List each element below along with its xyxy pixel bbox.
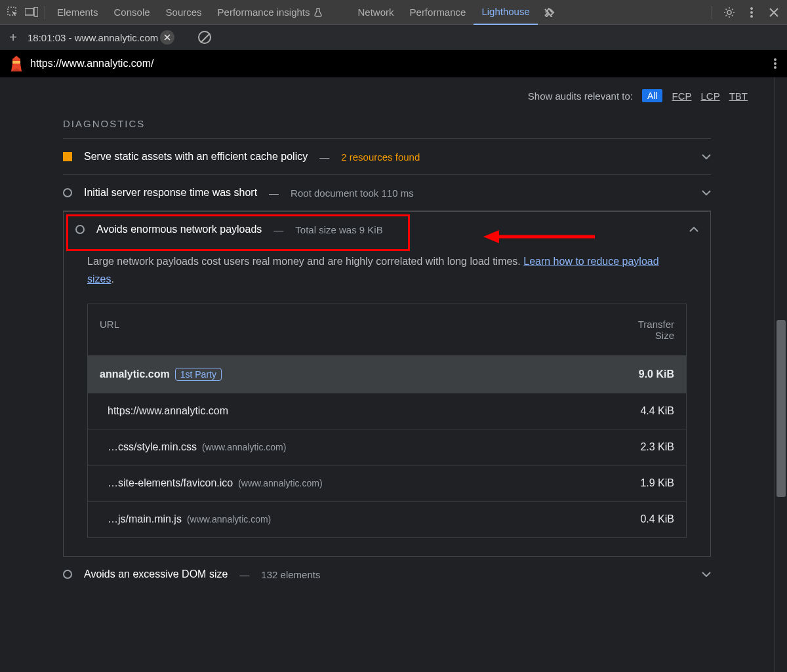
diagnostic-title: Initial server response time was short: [84, 187, 257, 199]
diagnostic-subtitle: 2 resources found: [341, 151, 420, 163]
diagnostic-title: Serve static assets with an efficient ca…: [84, 151, 308, 163]
resource-size: 2.3 KiB: [595, 441, 674, 453]
info-circle-icon: [63, 188, 72, 197]
chevron-down-icon: [702, 572, 711, 577]
svg-point-8: [774, 58, 777, 61]
info-circle-icon: [63, 570, 72, 579]
tab-sources[interactable]: Sources: [158, 0, 210, 25]
table-row: …css/style.min.css (www.annalytic.com) 2…: [88, 429, 686, 465]
resource-size: 4.4 KiB: [595, 405, 674, 417]
host-name: annalytic.com: [100, 368, 170, 380]
svg-rect-1: [25, 9, 33, 15]
report-content: Show audits relevant to: All FCP LCP TBT…: [0, 77, 774, 672]
tab-performance[interactable]: Performance: [402, 0, 474, 25]
resource-host: (www.annalytic.com): [238, 478, 322, 488]
tab-console[interactable]: Console: [106, 0, 158, 25]
info-circle-icon: [75, 225, 85, 234]
resource-size: 1.9 KiB: [595, 477, 674, 489]
col-header-url: URL: [100, 319, 595, 341]
resource-url: …css/style.min.css: [108, 441, 197, 453]
col-header-size: TransferSize: [595, 319, 674, 341]
diagnostic-subtitle: 132 elements: [261, 569, 320, 580]
report-tab[interactable]: 18:01:03 - www.annalytic.com: [28, 30, 174, 45]
tab-lighthouse[interactable]: Lighthouse: [474, 0, 537, 25]
filter-tbt[interactable]: TBT: [729, 90, 748, 102]
close-icon[interactable]: [765, 3, 783, 22]
chevron-up-icon: [689, 227, 698, 232]
diagnostic-row[interactable]: Initial server response time was short —…: [63, 174, 711, 211]
divider: [712, 6, 712, 19]
table-row-total: annalytic.com 1st Party 9.0 KiB: [88, 355, 686, 393]
flask-icon: [313, 8, 323, 17]
filter-label: Show audits relevant to:: [528, 90, 633, 102]
diagnostic-description: Large network payloads cost users real m…: [87, 252, 687, 288]
diagnostic-row[interactable]: Avoids an excessive DOM size — 132 eleme…: [63, 557, 711, 592]
svg-point-6: [750, 15, 753, 18]
tab-performance-insights[interactable]: Performance insights: [210, 0, 331, 25]
url-bar: https://www.annalytic.com/: [0, 50, 787, 77]
svg-point-9: [774, 62, 777, 65]
diagnostic-row[interactable]: Serve static assets with an efficient ca…: [63, 138, 711, 174]
report-tab-label: 18:01:03 - www.annalytic.com: [28, 32, 158, 43]
tab-elements[interactable]: Elements: [49, 0, 106, 25]
divider: [45, 6, 45, 19]
filter-row: Show audits relevant to: All FCP LCP TBT: [0, 89, 774, 111]
more-tabs-chevron-icon[interactable]: [540, 3, 559, 22]
diagnostic-title: Avoids enormous network payloads: [96, 224, 262, 235]
clear-icon[interactable]: [198, 31, 211, 44]
total-size: 9.0 KiB: [595, 368, 674, 380]
first-party-badge: 1st Party: [175, 368, 222, 381]
page-url: https://www.annalytic.com/: [30, 58, 154, 69]
resource-url: …site-elements/favicon.ico: [108, 477, 233, 489]
payload-table: URL TransferSize annalytic.com 1st Party…: [87, 304, 687, 538]
scrollbar-track[interactable]: [774, 77, 787, 672]
new-report-button[interactable]: +: [7, 30, 20, 45]
diagnostic-subtitle: Root document took 110 ms: [291, 188, 414, 199]
scrollbar-thumb[interactable]: [777, 320, 786, 497]
svg-rect-2: [34, 7, 38, 16]
filter-lcp[interactable]: LCP: [700, 90, 719, 102]
svg-point-4: [750, 7, 753, 10]
diagnostics-heading: DIAGNOSTICS: [0, 111, 774, 138]
diagnostic-expanded: Avoids enormous network payloads — Total…: [63, 211, 711, 557]
url-menu-icon[interactable]: [774, 58, 777, 69]
table-row: …site-elements/favicon.ico (www.annalyti…: [88, 465, 686, 501]
svg-point-5: [750, 11, 753, 14]
diagnostic-title: Avoids an excessive DOM size: [84, 568, 228, 580]
resource-host: (www.annalytic.com): [202, 442, 286, 452]
report-tab-bar: + 18:01:03 - www.annalytic.com: [0, 25, 787, 50]
gear-icon[interactable]: [720, 3, 738, 22]
tab-network[interactable]: Network: [350, 0, 402, 25]
devtools-tab-bar: Elements Console Sources Performance ins…: [0, 0, 787, 25]
warning-square-icon: [63, 152, 72, 161]
svg-rect-7: [12, 61, 20, 64]
lighthouse-logo-icon: [10, 56, 22, 71]
table-header: URL TransferSize: [88, 304, 686, 355]
filter-fcp[interactable]: FCP: [672, 90, 691, 102]
close-tab-icon[interactable]: [160, 30, 174, 45]
resource-url: …js/main.min.js: [108, 513, 182, 525]
svg-point-10: [774, 66, 777, 69]
chevron-down-icon: [702, 154, 711, 159]
filter-all-badge[interactable]: All: [642, 89, 663, 102]
table-row: …js/main.min.js (www.annalytic.com) 0.4 …: [88, 501, 686, 537]
diagnostic-subtitle: Total size was 9 KiB: [295, 224, 382, 235]
device-toolbar-icon[interactable]: [22, 3, 41, 22]
diagnostic-row-expanded[interactable]: Avoids enormous network payloads — Total…: [64, 212, 710, 247]
kebab-menu-icon[interactable]: [742, 3, 761, 22]
inspect-icon[interactable]: [4, 3, 22, 22]
resource-host: (www.annalytic.com): [187, 514, 271, 524]
chevron-down-icon: [702, 190, 711, 195]
resource-url: https://www.annalytic.com: [108, 405, 228, 417]
resource-size: 0.4 KiB: [595, 513, 674, 525]
svg-point-3: [727, 10, 731, 14]
table-row: https://www.annalytic.com 4.4 KiB: [88, 393, 686, 429]
annotation-arrow-icon: [483, 229, 595, 245]
